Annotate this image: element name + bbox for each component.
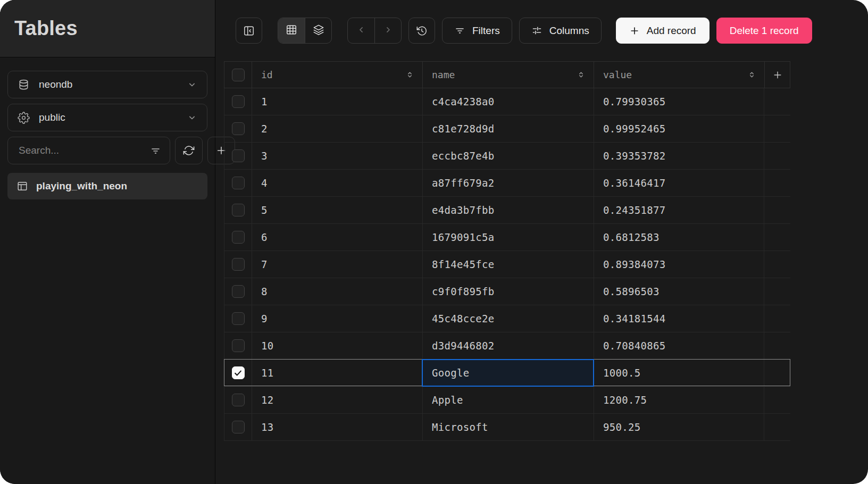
cell-name[interactable]: 45c48cce2e (422, 305, 594, 332)
column-header-value[interactable]: value (594, 62, 764, 88)
cell-id[interactable]: 4 (252, 170, 422, 196)
sidebar-item-table[interactable]: playing_with_neon (7, 173, 207, 199)
row-checkbox[interactable] (232, 149, 245, 162)
column-header-id[interactable]: id (252, 62, 422, 88)
column-header-label: id (261, 69, 273, 80)
sort-icon[interactable] (576, 70, 586, 80)
row-checkbox[interactable] (232, 204, 245, 216)
cell-id[interactable]: 11 (252, 360, 422, 386)
sort-icon[interactable] (747, 70, 757, 80)
row-checkbox-cell (224, 387, 252, 413)
row-checkbox[interactable] (232, 177, 245, 189)
add-record-button-label: Add record (647, 25, 696, 37)
row-checkbox-cell (224, 360, 252, 386)
select-all-cell (224, 62, 252, 88)
row-checkbox[interactable] (232, 258, 245, 271)
row-checkbox[interactable] (232, 421, 245, 433)
cell-value[interactable]: 0.24351877 (594, 197, 764, 223)
table-view-button[interactable] (278, 18, 305, 43)
cell-id[interactable]: 2 (252, 115, 422, 142)
next-page-button[interactable] (374, 18, 401, 43)
table-row[interactable]: 4 a87ff679a2 0.36146417 (224, 170, 790, 197)
cell-value[interactable]: 0.39353782 (594, 143, 764, 169)
cell-value[interactable]: 0.79930365 (594, 88, 764, 115)
row-checkbox[interactable] (232, 339, 245, 352)
cell-value[interactable]: 1200.75 (594, 387, 764, 413)
cell-id[interactable]: 3 (252, 143, 422, 169)
table-row[interactable]: 11 Google 1000.5 (224, 360, 790, 387)
cell-value[interactable]: 0.34181544 (594, 305, 764, 332)
table-row[interactable]: 9 45c48cce2e 0.34181544 (224, 305, 790, 332)
cell-id[interactable]: 5 (252, 197, 422, 223)
cell-value[interactable]: 0.36146417 (594, 170, 764, 196)
prev-page-button[interactable] (348, 18, 374, 43)
table-row[interactable]: 7 8f14e45fce 0.89384073 (224, 251, 790, 278)
history-button[interactable] (408, 18, 435, 44)
schema-select[interactable]: public (7, 104, 207, 131)
collapse-sidebar-button[interactable] (236, 18, 262, 44)
table-row[interactable]: 2 c81e728d9d 0.99952465 (224, 115, 790, 143)
column-header-name[interactable]: name (422, 62, 594, 88)
cell-name[interactable]: Google (422, 360, 594, 386)
add-record-button[interactable]: Add record (616, 18, 710, 44)
cell-id[interactable]: 8 (252, 278, 422, 305)
cell-name[interactable]: c9f0f895fb (422, 278, 594, 305)
refresh-button[interactable] (175, 137, 203, 164)
cell-name[interactable]: 1679091c5a (422, 224, 594, 251)
cell-name[interactable]: Apple (422, 387, 594, 413)
table-row[interactable]: 3 eccbc87e4b 0.39353782 (224, 143, 790, 170)
cell-id[interactable]: 10 (252, 332, 422, 359)
add-column-button[interactable] (764, 62, 790, 88)
table-row[interactable]: 13 Microsoft 950.25 (224, 414, 790, 441)
cell-name[interactable]: d3d9446802 (422, 332, 594, 359)
row-checkbox[interactable] (232, 394, 245, 406)
cell-name[interactable]: Microsoft (422, 414, 594, 440)
table-row[interactable]: 5 e4da3b7fbb 0.24351877 (224, 197, 790, 224)
select-all-checkbox[interactable] (232, 69, 245, 81)
cell-value[interactable]: 950.25 (594, 414, 764, 440)
search-input[interactable] (18, 144, 150, 157)
filter-icon (150, 145, 161, 156)
cell-id[interactable]: 7 (252, 251, 422, 278)
layers-view-button[interactable] (305, 18, 331, 43)
cell-value[interactable]: 0.5896503 (594, 278, 764, 305)
cell-name[interactable]: 8f14e45fce (422, 251, 594, 278)
row-checkbox[interactable] (232, 231, 245, 244)
sidebar-item-label: playing_with_neon (36, 180, 127, 192)
cell-value[interactable]: 0.6812583 (594, 224, 764, 251)
cell-name[interactable]: eccbc87e4b (422, 143, 594, 169)
row-checkbox-cell (224, 88, 252, 115)
table-row[interactable]: 6 1679091c5a 0.6812583 (224, 224, 790, 251)
cell-name[interactable]: c4ca4238a0 (422, 88, 594, 115)
row-checkbox[interactable] (232, 95, 245, 108)
columns-button-label: Columns (549, 25, 589, 37)
table-row[interactable]: 1 c4ca4238a0 0.79930365 (224, 88, 790, 115)
cell-value[interactable]: 1000.5 (594, 360, 764, 386)
row-checkbox-cell (224, 414, 252, 440)
table-row[interactable]: 10 d3d9446802 0.70840865 (224, 332, 790, 360)
row-checkbox[interactable] (232, 312, 245, 325)
row-checkbox[interactable] (232, 122, 245, 135)
cell-value[interactable]: 0.99952465 (594, 115, 764, 142)
cell-id[interactable]: 13 (252, 414, 422, 440)
row-checkbox-cell (224, 170, 252, 196)
table-row[interactable]: 12 Apple 1200.75 (224, 387, 790, 414)
cell-value[interactable]: 0.89384073 (594, 251, 764, 278)
cell-id[interactable]: 12 (252, 387, 422, 413)
filters-button[interactable]: Filters (442, 18, 512, 44)
row-checkbox[interactable] (232, 285, 245, 298)
delete-record-button[interactable]: Delete 1 record (716, 18, 812, 44)
cell-name[interactable]: c81e728d9d (422, 115, 594, 142)
cell-id[interactable]: 1 (252, 88, 422, 115)
cell-value[interactable]: 0.70840865 (594, 332, 764, 359)
cell-name[interactable]: a87ff679a2 (422, 170, 594, 196)
cell-id[interactable]: 6 (252, 224, 422, 251)
plus-icon (629, 26, 640, 36)
cell-name[interactable]: e4da3b7fbb (422, 197, 594, 223)
columns-button[interactable]: Columns (519, 18, 602, 44)
cell-id[interactable]: 9 (252, 305, 422, 332)
sort-icon[interactable] (405, 70, 415, 80)
row-checkbox[interactable] (232, 366, 245, 379)
database-select[interactable]: neondb (7, 71, 207, 98)
table-row[interactable]: 8 c9f0f895fb 0.5896503 (224, 278, 790, 305)
